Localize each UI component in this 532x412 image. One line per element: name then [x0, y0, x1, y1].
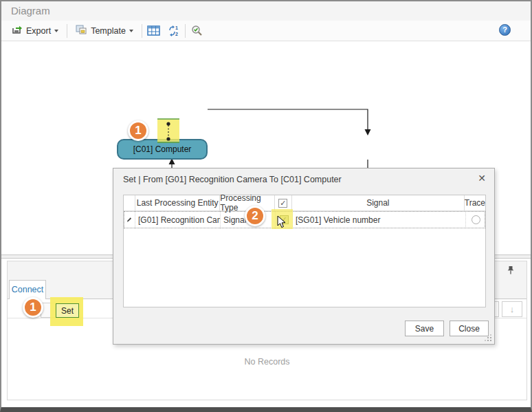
export-button[interactable]: Export — [5, 22, 65, 40]
move-down-button[interactable]: ↓ — [502, 301, 522, 317]
set-button[interactable]: Set — [56, 303, 79, 318]
chevron-down-icon — [54, 30, 58, 32]
save-button[interactable]: Save — [405, 321, 444, 336]
table-row[interactable]: [G01] Recognition Camera Signal ✓ [SG01]… — [124, 211, 485, 228]
page-title: Diagram — [11, 5, 50, 17]
row-entity: [G01] Recognition Camera — [135, 211, 221, 228]
pencil-icon — [126, 216, 132, 224]
row-trace-cell — [466, 211, 485, 228]
col-select: ✓ — [275, 195, 292, 210]
row-edit-icon-cell — [124, 211, 135, 228]
col-last-processing-entity: Last Processing Entity — [135, 195, 220, 210]
template-label: Template — [91, 26, 126, 36]
down-arrow-glyph: ↓ — [510, 304, 515, 314]
col-signal: Signal — [292, 195, 465, 210]
grid-view-button[interactable] — [144, 22, 164, 40]
toolbar-separator — [142, 24, 142, 38]
step-1-badge: 1 — [128, 120, 148, 141]
resize-grip-icon[interactable] — [485, 334, 491, 341]
toolbar-separator — [67, 24, 67, 38]
step-2-badge: 2 — [245, 206, 265, 226]
help-icon[interactable]: ? — [499, 24, 511, 36]
row-signal[interactable]: [SG01] Vehicle number — [293, 211, 466, 228]
toolbar: Export Template 1 2 — [1, 21, 531, 41]
signal-table: Last Processing Entity Processing Type ✓… — [123, 195, 486, 307]
template-button[interactable]: Template — [69, 22, 140, 40]
toolbar-separator — [185, 24, 186, 38]
row-handle-column — [124, 195, 135, 210]
pin-icon[interactable] — [507, 265, 515, 278]
col-trace: Trace — [465, 195, 485, 210]
export-label: Export — [26, 26, 51, 36]
mouse-cursor-icon — [277, 215, 287, 231]
trace-radio[interactable] — [472, 215, 480, 224]
tab-connect[interactable]: Connect — [9, 280, 46, 299]
step-1-label: 1 — [30, 301, 36, 314]
chevron-down-icon — [129, 30, 133, 32]
close-button[interactable]: Close — [450, 321, 489, 336]
svg-text:2: 2 — [175, 32, 178, 36]
dialog-title: Set | From [G01] Recognition Camera To [… — [123, 175, 342, 184]
select-all-checkbox[interactable]: ✓ — [278, 199, 287, 208]
title-bar: Diagram — [1, 1, 531, 21]
table-header-row: Last Processing Entity Processing Type ✓… — [124, 195, 485, 211]
zoom-check-button[interactable] — [188, 22, 207, 40]
close-icon[interactable]: ✕ — [478, 173, 486, 184]
svg-text:1: 1 — [175, 25, 178, 30]
step-1-badge: 1 — [23, 297, 43, 318]
export-icon — [12, 24, 23, 37]
connection-highlight — [157, 118, 179, 143]
step-2-label: 2 — [252, 209, 258, 223]
app-window: Diagram Export Template — [0, 0, 532, 412]
help-glyph: ? — [502, 25, 507, 34]
template-icon — [76, 24, 87, 37]
set-dialog: Set | From [G01] Recognition Camera To [… — [113, 168, 495, 345]
no-records-label: No Records — [8, 357, 527, 367]
step-1-label: 1 — [135, 124, 141, 138]
sort-order-button[interactable]: 1 2 — [164, 22, 183, 40]
